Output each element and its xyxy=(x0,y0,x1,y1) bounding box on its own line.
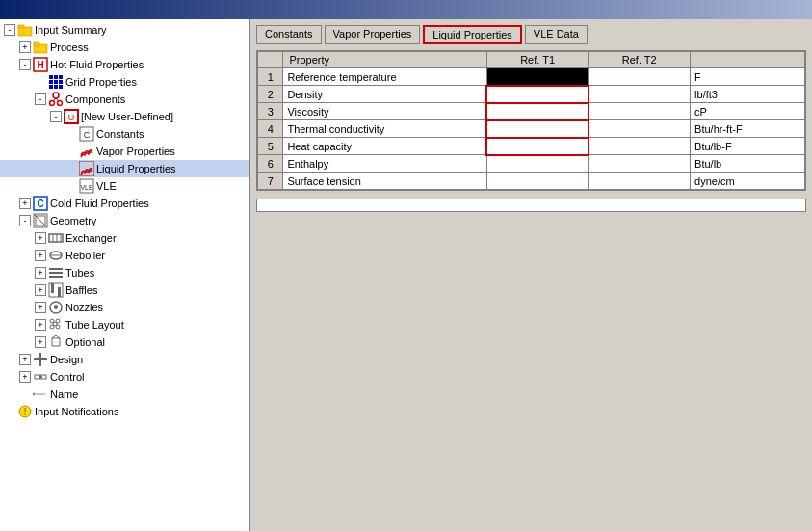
tree-expand-tube-layout[interactable]: + xyxy=(35,319,46,331)
tree-expand-new-user-defined[interactable]: - xyxy=(50,111,62,122)
row-num-4: 5 xyxy=(258,138,283,155)
tree-item-constants[interactable]: CConstants xyxy=(0,125,249,143)
tree-item-optional[interactable]: +Optional xyxy=(0,333,249,351)
tree-expand-input-summary[interactable]: - xyxy=(4,24,15,36)
tree-expand-tubes[interactable]: + xyxy=(35,267,46,279)
tree-item-geometry[interactable]: -Geometry xyxy=(0,212,249,229)
tubes-icon xyxy=(48,265,64,280)
ref-t1-6[interactable] xyxy=(486,173,589,190)
svg-rect-12 xyxy=(49,85,53,89)
tree-item-name[interactable]: Name xyxy=(0,385,249,403)
tree-item-cold-fluid-properties[interactable]: +CCold Fluid Properties xyxy=(0,195,249,212)
col-num-header xyxy=(258,52,283,68)
tree-item-liquid-properties[interactable]: Liquid Properties xyxy=(0,160,249,177)
ref-t2-1[interactable] xyxy=(589,86,691,103)
svg-rect-14 xyxy=(59,85,63,89)
svg-rect-0 xyxy=(18,27,32,36)
tree-expand-geometry[interactable]: - xyxy=(19,215,31,226)
tree-expand-baffles[interactable]: + xyxy=(35,284,46,296)
tab-liquid-properties[interactable]: Liquid Properties xyxy=(423,25,522,44)
tree-item-components[interactable]: -Components xyxy=(0,91,249,108)
ref-t2-3[interactable] xyxy=(589,120,691,138)
svg-line-19 xyxy=(56,98,59,101)
ref-t1-2[interactable] xyxy=(486,103,589,120)
tree-expand-optional[interactable]: + xyxy=(35,336,46,348)
table-row: 7Surface tensiondyne/cm xyxy=(258,173,805,190)
components-icon xyxy=(48,92,64,107)
tree-label-cold-fluid-properties: Cold Fluid Properties xyxy=(50,198,149,209)
tree-item-control[interactable]: +Control xyxy=(0,368,249,385)
tree-item-reboiler[interactable]: +Reboiler xyxy=(0,247,249,264)
tree-expand-nozzles[interactable]: + xyxy=(35,302,46,313)
tree-item-baffles[interactable]: +Baffles xyxy=(0,281,249,299)
svg-rect-6 xyxy=(49,75,53,79)
ref-t2-5[interactable] xyxy=(589,155,691,173)
geometry-icon xyxy=(33,213,48,228)
tab-constants[interactable]: Constants xyxy=(256,25,322,44)
properties-table: Property Ref. T1 Ref. T2 1Reference temp… xyxy=(257,51,805,190)
ref-t2-6[interactable] xyxy=(589,173,691,190)
info-text xyxy=(256,199,806,212)
ref-t2-0[interactable] xyxy=(589,68,691,86)
svg-rect-42 xyxy=(51,283,54,293)
svg-line-18 xyxy=(53,98,56,101)
tree-item-vapor-properties[interactable]: Vapor Properties xyxy=(0,143,249,160)
tab-vapor-properties[interactable]: Vapor Properties xyxy=(325,25,421,44)
tree-item-nozzles[interactable]: +Nozzles xyxy=(0,299,249,316)
tree-item-new-user-defined[interactable]: -U[New User-Defined] xyxy=(0,108,249,125)
table-row: 2Densitylb/ft3 xyxy=(258,86,805,103)
tree-label-baffles: Baffles xyxy=(65,284,97,296)
unit-1: lb/ft3 xyxy=(691,86,805,103)
tree-item-input-summary[interactable]: -Input Summary xyxy=(0,21,249,39)
svg-text:H: H xyxy=(37,60,43,70)
row-num-3: 4 xyxy=(258,120,283,138)
svg-point-16 xyxy=(50,101,55,106)
ref-t2-2[interactable] xyxy=(589,103,691,120)
ref-t1-1[interactable] xyxy=(486,86,589,103)
tree-expand-process[interactable]: + xyxy=(19,41,31,53)
folder-icon xyxy=(33,40,48,55)
reboiler-icon xyxy=(48,248,64,263)
col-ref-t1-header: Ref. T1 xyxy=(486,52,589,68)
col-unit-header xyxy=(691,52,805,68)
tree-expand-components[interactable]: - xyxy=(35,93,46,105)
ref-t2-4[interactable] xyxy=(589,138,691,155)
tree-label-control: Control xyxy=(50,371,84,383)
tree-label-process: Process xyxy=(50,41,89,53)
row-num-1: 2 xyxy=(258,86,283,103)
tree-item-process[interactable]: +Process xyxy=(0,39,249,56)
tree-item-vle[interactable]: VLEVLE xyxy=(0,177,249,195)
tree-label-optional: Optional xyxy=(65,336,105,348)
unit-5: Btu/lb xyxy=(691,155,805,173)
tab-vle-data[interactable]: VLE Data xyxy=(525,25,588,44)
svg-point-54 xyxy=(39,375,42,379)
tree-expand-hot-fluid-properties[interactable]: - xyxy=(19,59,31,70)
tree-item-input-notifications[interactable]: !Input Notifications xyxy=(0,403,249,420)
tree-item-hot-fluid-properties[interactable]: -HHot Fluid Properties xyxy=(0,56,249,73)
prop-name-0: Reference temperature xyxy=(283,68,486,86)
tree-label-input-summary: Input Summary xyxy=(35,24,107,36)
table-row: 4Thermal conductivityBtu/hr-ft-F xyxy=(258,120,805,138)
unit-4: Btu/lb-F xyxy=(691,138,805,155)
prop-name-6: Surface tension xyxy=(283,173,486,190)
tree-expand-control[interactable]: + xyxy=(19,371,31,383)
ref-t1-4[interactable] xyxy=(486,138,589,155)
tree-item-tubes[interactable]: +Tubes xyxy=(0,264,249,281)
tree-item-grid-properties[interactable]: Grid Properties xyxy=(0,73,249,91)
tree-item-exchanger[interactable]: +Exchanger xyxy=(0,229,249,247)
tree-item-tube-layout[interactable]: +Tube Layout xyxy=(0,316,249,333)
prop-name-5: Enthalpy xyxy=(283,155,486,173)
tree-label-grid-properties: Grid Properties xyxy=(65,76,137,88)
vle-icon: VLE xyxy=(79,178,94,194)
ref-t1-5[interactable] xyxy=(486,155,589,173)
ref-t1-3[interactable] xyxy=(486,120,589,138)
tree-item-design[interactable]: +Design xyxy=(0,351,249,368)
tree-label-liquid-properties: Liquid Properties xyxy=(96,163,176,174)
ref-t1-0[interactable] xyxy=(486,68,589,86)
tree-expand-cold-fluid-properties[interactable]: + xyxy=(19,198,31,209)
svg-text:VLE: VLE xyxy=(80,184,93,191)
tree-expand-reboiler[interactable]: + xyxy=(35,250,46,261)
tree-label-tubes: Tubes xyxy=(65,267,94,279)
tree-expand-exchanger[interactable]: + xyxy=(35,232,46,244)
tree-expand-design[interactable]: + xyxy=(19,354,31,365)
